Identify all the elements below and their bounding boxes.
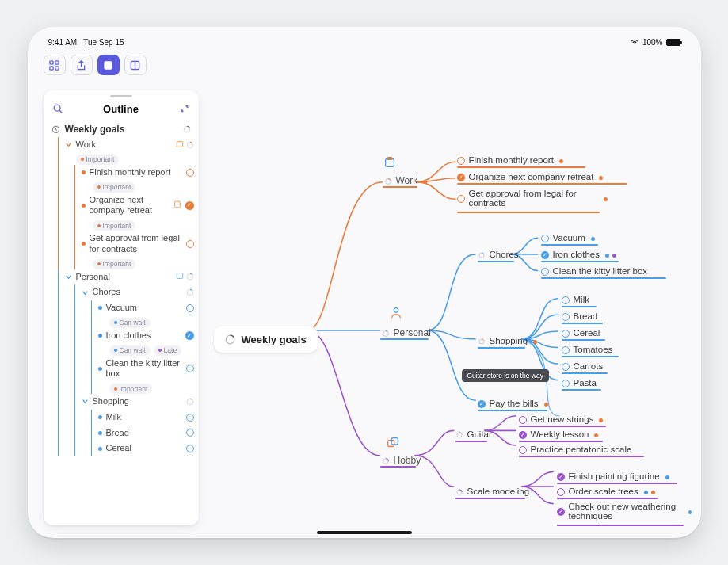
outline-work-2[interactable]: Get approval from legal for contracts xyxy=(82,231,194,258)
node-chores-0[interactable]: Vacuum xyxy=(541,233,595,244)
node-shop-0[interactable]: Milk xyxy=(562,295,589,306)
node-guitar-1[interactable]: ✓Weekly lesson xyxy=(519,429,599,441)
outline-root[interactable]: Weekly goals xyxy=(48,121,194,137)
svg-rect-0 xyxy=(50,60,53,63)
outline-work-0[interactable]: Finish monthly report xyxy=(82,165,194,181)
node-work-item-0[interactable]: Finish monthly report xyxy=(457,155,563,166)
outline-chores-1[interactable]: Iron clothes✓ xyxy=(98,328,194,344)
svg-point-20 xyxy=(54,105,60,111)
status-time: 9:41 AM xyxy=(48,38,78,47)
layout-split-button[interactable] xyxy=(124,55,147,75)
node-shop-2[interactable]: Cereal xyxy=(562,328,600,339)
sidebar-title: Outline xyxy=(103,103,139,115)
node-chores[interactable]: Chores xyxy=(478,250,519,261)
node-scale-2[interactable]: ✓Check out new weathering techniques xyxy=(557,502,692,522)
node-shop-3[interactable]: Tomatoes xyxy=(562,345,613,356)
category-work-icon xyxy=(383,155,397,170)
outline-shop-1[interactable]: Bread xyxy=(98,426,194,441)
grid-button[interactable] xyxy=(44,55,66,75)
outline-chores-0[interactable]: Vacuum xyxy=(98,300,194,316)
expand-icon[interactable] xyxy=(178,102,191,115)
node-chores-1[interactable]: ✓Iron clothes xyxy=(541,250,616,261)
svg-point-11 xyxy=(394,308,398,312)
svg-line-21 xyxy=(59,110,62,113)
drag-handle[interactable] xyxy=(110,95,132,97)
node-chores-2[interactable]: Clean the kitty litter box xyxy=(541,266,648,277)
status-bar: 9:41 AM Tue Sep 15 100% xyxy=(44,38,685,52)
svg-point-30 xyxy=(187,399,193,405)
outline-shop-2[interactable]: Cereal xyxy=(98,441,194,456)
toolbar xyxy=(44,52,685,82)
tablet-frame: 9:41 AM Tue Sep 15 100% xyxy=(28,27,701,538)
node-shop-4[interactable]: Carrots xyxy=(562,361,604,372)
outline-shop-0[interactable]: Milk xyxy=(98,410,194,426)
outline-work-1[interactable]: Organize next company retreat✓ xyxy=(82,193,194,220)
svg-rect-26 xyxy=(174,202,180,208)
svg-rect-2 xyxy=(50,66,53,69)
node-scale-1[interactable]: Order scale trees xyxy=(557,487,655,498)
outline-chores-2[interactable]: Clean the kitty litter box xyxy=(98,356,194,383)
home-indicator[interactable] xyxy=(317,531,412,534)
node-root[interactable]: Weekly goals xyxy=(214,326,318,353)
outline-shopping[interactable]: Shopping xyxy=(82,394,194,410)
svg-rect-4 xyxy=(104,61,112,69)
node-guitar[interactable]: Guitar xyxy=(455,429,492,441)
share-button[interactable] xyxy=(71,55,93,75)
note-icon xyxy=(173,200,181,210)
node-work-item-2[interactable]: Get approval from legal for contracts xyxy=(457,189,608,209)
node-shop-5[interactable]: Pasta xyxy=(562,378,597,389)
node-scale[interactable]: Scale modeling xyxy=(455,487,530,498)
wifi-icon xyxy=(630,38,639,47)
outline-sidebar[interactable]: Outline Weekly goals Work Important xyxy=(44,90,199,525)
node-root-label: Weekly goals xyxy=(242,334,307,345)
tooltip: Guitar store is on the way xyxy=(462,369,549,382)
image-icon xyxy=(176,272,184,281)
category-hobby-icon xyxy=(386,436,400,450)
svg-rect-24 xyxy=(177,142,183,147)
outline-work[interactable]: Work xyxy=(65,137,194,153)
battery-icon xyxy=(666,39,680,46)
node-work-item-1[interactable]: ✓Organize next company retreat xyxy=(457,172,604,183)
node-scale-0[interactable]: ✓Finish painting figurine xyxy=(557,471,669,483)
node-shopping[interactable]: Shopping xyxy=(478,336,538,347)
battery-percent: 100% xyxy=(642,38,663,47)
outline-chores[interactable]: Chores xyxy=(82,284,194,300)
svg-rect-3 xyxy=(55,66,59,69)
node-guitar-0[interactable]: Get new strings xyxy=(519,414,604,426)
status-date: Tue Sep 15 xyxy=(83,38,124,47)
search-icon[interactable] xyxy=(51,102,64,115)
category-personal-icon xyxy=(389,306,403,320)
outline-personal[interactable]: Personal xyxy=(65,269,194,285)
node-shop-1[interactable]: Bread xyxy=(562,311,598,323)
node-bills[interactable]: ✓Pay the bills xyxy=(478,399,548,410)
svg-rect-1 xyxy=(55,60,59,63)
svg-rect-27 xyxy=(177,273,183,279)
image-icon xyxy=(176,140,184,150)
layout-solid-button[interactable] xyxy=(97,55,120,75)
node-guitar-2[interactable]: Practice pentatonic scale xyxy=(519,445,632,456)
